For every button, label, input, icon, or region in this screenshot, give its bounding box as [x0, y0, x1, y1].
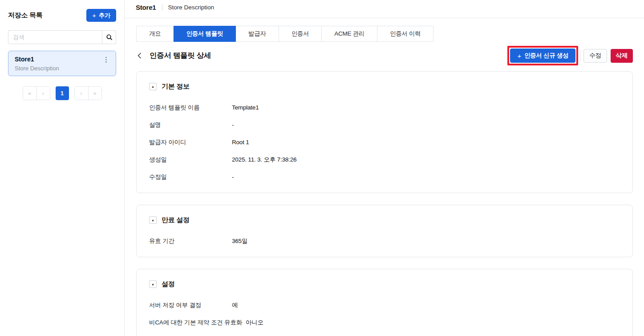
first-page-button[interactable]: «: [23, 87, 36, 100]
field-value: 365일: [232, 237, 247, 245]
next-page-button[interactable]: ›: [75, 87, 88, 100]
sidebar-header: 저장소 목록 + 추가: [8, 9, 116, 22]
add-store-button-label: 추가: [99, 12, 110, 20]
section-header: ▲ 기본 정보: [149, 82, 620, 91]
field-value: Root 1: [232, 139, 249, 146]
section-title: 기본 정보: [162, 82, 190, 91]
field-label: 설명: [149, 121, 232, 129]
main-panel: Store1 Store Description 개요 인증서 템플릿 발급자 …: [125, 0, 644, 336]
field-value: 아니오: [246, 319, 263, 327]
plus-icon: +: [92, 12, 96, 19]
field-issuer-id: 발급자 아이디 Root 1: [149, 138, 620, 146]
field-description: 설명 -: [149, 121, 620, 129]
page-title: 인증서 템플릿 상세: [150, 51, 211, 61]
field-label: 유효 기간: [149, 237, 232, 245]
section-fields: 인증서 템플릿 이름 Template1 설명 - 발급자 아이디 Root 1…: [149, 104, 620, 181]
field-created-date: 생성일 2025. 11. 3. 오후 7:38:26: [149, 156, 620, 164]
collapse-toggle-icon[interactable]: ▲: [149, 216, 157, 224]
tab-issuer[interactable]: 발급자: [236, 26, 279, 42]
field-value: 예: [232, 301, 238, 309]
section-expiration-settings: ▲ 만료 설정 유효 기간 365일: [136, 205, 633, 257]
highlight-annotation-box: + 인증서 신규 생성: [507, 46, 578, 65]
field-validity-period: 유효 기간 365일: [149, 237, 620, 245]
add-store-button[interactable]: + 추가: [86, 9, 116, 22]
tab-certificate-history[interactable]: 인증서 이력: [377, 26, 433, 42]
field-value: Template1: [232, 104, 259, 111]
search-icon: [106, 34, 113, 40]
store-tabs: 개요 인증서 템플릿 발급자 인증서 ACME 관리 인증서 이력: [136, 26, 633, 42]
section-fields: 서버 저장 여부 결정 예 비CA에 대한 기본 제약 조건 유효화 아니오: [149, 301, 620, 327]
field-template-name: 인증서 템플릿 이름 Template1: [149, 104, 620, 112]
section-title: 설정: [162, 280, 174, 288]
store-pagination: « ‹ 1 › »: [8, 86, 116, 100]
kebab-menu-icon[interactable]: ⋮: [101, 55, 111, 64]
delete-button[interactable]: 삭제: [611, 49, 633, 63]
store-header: Store1 Store Description: [125, 0, 644, 18]
field-server-storage: 서버 저장 여부 결정 예: [149, 301, 620, 309]
header-divider: [162, 4, 162, 11]
section-header: ▲ 설정: [149, 280, 620, 288]
field-value: -: [232, 174, 234, 180]
field-label: 발급자 아이디: [149, 138, 232, 146]
section-fields: 유효 기간 365일: [149, 237, 620, 245]
pagination-back-group: « ‹: [23, 86, 50, 100]
store-header-description: Store Description: [168, 4, 215, 11]
store-list-item-store1[interactable]: Store1 Store Description ⋮: [8, 51, 116, 76]
store-search: [8, 30, 116, 44]
section-title: 만료 설정: [162, 216, 190, 224]
edit-button[interactable]: 수정: [583, 49, 607, 63]
detail-title-row: 인증서 템플릿 상세 + 인증서 신규 생성 수정 삭제: [136, 45, 633, 66]
actions-divider: [580, 50, 581, 61]
sidebar-title: 저장소 목록: [8, 11, 42, 20]
field-value: 2025. 11. 3. 오후 7:38:26: [232, 156, 296, 164]
field-label: 생성일: [149, 156, 232, 164]
field-basic-constraints: 비CA에 대한 기본 제약 조건 유효화 아니오: [149, 319, 620, 327]
store-name: Store1: [15, 56, 109, 63]
pagination-forward-group: › »: [74, 86, 102, 100]
store-search-input[interactable]: [8, 31, 102, 44]
field-value: -: [232, 121, 234, 128]
app-window: 저장소 목록 + 추가 Store1 Store Description ⋮: [0, 0, 644, 336]
last-page-button[interactable]: »: [88, 87, 101, 100]
section-header: ▲ 만료 설정: [149, 216, 620, 224]
tab-certificate[interactable]: 인증서: [279, 26, 322, 42]
field-modified-date: 수정일 -: [149, 173, 620, 181]
collapse-toggle-icon[interactable]: ▲: [149, 83, 157, 90]
create-certificate-label: 인증서 신규 생성: [524, 52, 568, 60]
field-label: 비CA에 대한 기본 제약 조건 유효화: [149, 319, 246, 327]
tab-acme-management[interactable]: ACME 관리: [322, 26, 377, 42]
back-button[interactable]: [136, 51, 143, 60]
detail-title-left: 인증서 템플릿 상세: [136, 51, 211, 61]
content-area: 개요 인증서 템플릿 발급자 인증서 ACME 관리 인증서 이력: [125, 26, 644, 336]
create-certificate-button[interactable]: + 인증서 신규 생성: [510, 49, 575, 63]
field-label: 인증서 템플릿 이름: [149, 104, 232, 112]
tab-overview[interactable]: 개요: [136, 26, 174, 42]
store-description: Store Description: [15, 65, 109, 72]
chevron-left-icon: [137, 52, 142, 59]
section-settings: ▲ 설정 서버 저장 여부 결정 예 비CA에 대한 기본 제약 조건 유효화 …: [136, 269, 633, 336]
store-list-sidebar: 저장소 목록 + 추가 Store1 Store Description ⋮: [0, 0, 125, 336]
store-header-name: Store1: [136, 4, 156, 11]
prev-page-button[interactable]: ‹: [36, 87, 50, 100]
plus-icon: +: [517, 52, 521, 60]
detail-actions: + 인증서 신규 생성 수정 삭제: [507, 46, 633, 65]
section-basic-info: ▲ 기본 정보 인증서 템플릿 이름 Template1 설명 - 발급자 아이…: [136, 71, 633, 193]
page-1-button[interactable]: 1: [56, 86, 69, 100]
field-label: 수정일: [149, 173, 232, 181]
field-label: 서버 저장 여부 결정: [149, 301, 232, 309]
collapse-toggle-icon[interactable]: ▲: [149, 280, 157, 288]
tab-certificate-template[interactable]: 인증서 템플릿: [174, 26, 236, 42]
search-button[interactable]: [102, 31, 116, 44]
